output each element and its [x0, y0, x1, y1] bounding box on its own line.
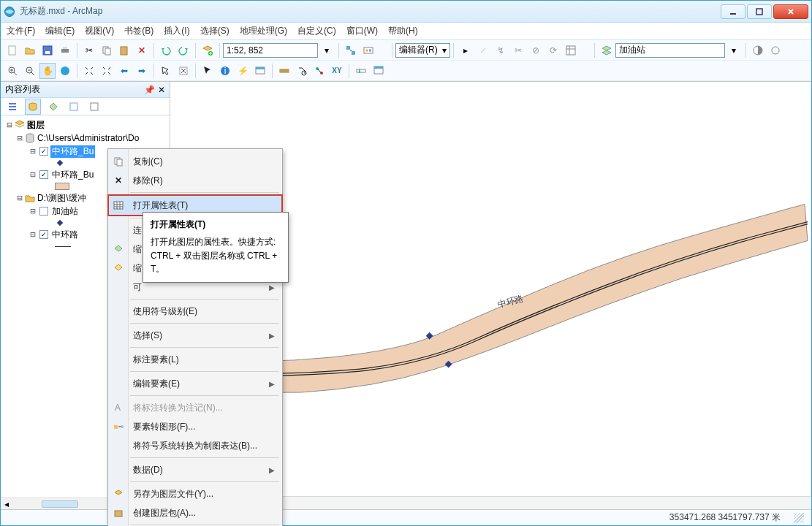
svg-rect-12	[346, 46, 350, 50]
save-button[interactable]	[39, 42, 56, 58]
svg-rect-35	[374, 66, 383, 69]
time-slider[interactable]	[353, 63, 369, 79]
next-extent[interactable]: ➡	[134, 63, 150, 79]
find-button[interactable]	[294, 63, 310, 79]
zoom-out-button[interactable]	[22, 63, 38, 79]
ctx-convert-labels: A 将标注转换为注记(N)...	[108, 398, 282, 417]
full-extent-button[interactable]	[57, 63, 73, 79]
scale-dropdown[interactable]: ▾	[319, 42, 335, 58]
list-by-selection[interactable]	[66, 99, 82, 115]
layer-combo-drop[interactable]: ▾	[726, 42, 742, 58]
ctx-features-to-graphics[interactable]: 要素转图形(F)...	[108, 417, 282, 436]
menu-insert[interactable]: 插入(I)	[164, 25, 189, 37]
list-by-drawing-order[interactable]	[4, 99, 20, 115]
clear-selection[interactable]	[175, 63, 191, 79]
editor-menu[interactable]: 编辑器(R)▾	[395, 43, 450, 58]
layer-checkbox[interactable]	[39, 207, 48, 216]
contrast-button[interactable]	[750, 42, 766, 58]
menu-file[interactable]: 文件(F)	[7, 25, 35, 37]
ctx-copy[interactable]: 复制(C)	[108, 152, 282, 171]
toc-close-icon[interactable]: ✕	[158, 85, 165, 95]
toc-title: 内容列表	[5, 83, 40, 96]
tooltip-body: 打开此图层的属性表。快捷方式: CTRL + 双击图层名称或 CTRL + T。	[151, 235, 281, 276]
svg-rect-27	[256, 67, 265, 69]
measure-button[interactable]	[276, 63, 292, 79]
split: ⊘	[528, 42, 544, 58]
close-button[interactable]	[773, 4, 808, 19]
identify-button[interactable]: i	[217, 63, 233, 79]
layer-checkbox[interactable]: ✓	[39, 170, 48, 179]
toc-header[interactable]: 内容列表 📌 ✕	[1, 82, 170, 98]
window-title: 无标题.mxd - ArcMap	[20, 5, 719, 18]
list-by-source[interactable]	[25, 99, 41, 115]
open-button[interactable]	[22, 42, 38, 58]
fx-button[interactable]	[767, 42, 783, 58]
ctx-symbol-levels[interactable]: 使用符号级别(E)	[108, 302, 282, 321]
ctx-create-layer-package[interactable]: 创建图层包(A)...	[108, 503, 282, 522]
hyperlink-button[interactable]: ⚡	[235, 63, 251, 79]
attributes-window[interactable]	[563, 42, 579, 58]
redo-button[interactable]	[175, 42, 191, 58]
toc-pin-icon[interactable]: 📌	[144, 85, 155, 95]
svg-rect-5	[45, 51, 50, 54]
cut-button[interactable]: ✂	[81, 42, 97, 58]
ctx-selection[interactable]: 选择(S)▶	[108, 326, 282, 345]
svg-rect-3	[9, 46, 15, 55]
menu-view[interactable]: 视图(V)	[85, 25, 114, 37]
minimize-button[interactable]	[721, 4, 745, 19]
create-viewer[interactable]	[371, 63, 387, 79]
svg-rect-38	[91, 103, 98, 110]
edit-tool[interactable]: ▸	[458, 42, 474, 58]
new-button[interactable]	[4, 42, 20, 58]
menu-bookmarks[interactable]: 书签(B)	[124, 25, 153, 37]
fixed-zoom-out[interactable]	[99, 63, 115, 79]
menu-help[interactable]: 帮助(H)	[388, 25, 418, 37]
delete-button[interactable]: ✕	[134, 42, 150, 58]
menu-geoprocessing[interactable]: 地理处理(G)	[240, 25, 287, 37]
fixed-zoom-in[interactable]	[81, 63, 97, 79]
ctx-edit-features[interactable]: 编辑要素(E)▶	[108, 374, 282, 393]
copy-button[interactable]	[99, 42, 115, 58]
app-icon	[4, 6, 15, 18]
menu-selection[interactable]: 选择(S)	[200, 25, 229, 37]
print-button[interactable]	[57, 42, 73, 58]
maximize-button[interactable]	[747, 4, 772, 19]
ctx-save-as-layer[interactable]: 另存为图层文件(Y)...	[108, 484, 282, 503]
menu-edit[interactable]: 编辑(E)	[45, 25, 75, 37]
scale-input[interactable]	[223, 43, 318, 58]
target-layer-combo[interactable]	[615, 43, 725, 58]
prev-extent[interactable]: ⬅	[116, 63, 132, 79]
tree-datasource-1[interactable]: ⊟ C:\Users\Administrator\Do	[2, 132, 168, 145]
list-by-visibility[interactable]	[45, 99, 61, 115]
app-window: 无标题.mxd - ArcMap 文件(F) 编辑(E) 视图(V) 书签(B)…	[0, 0, 812, 526]
find-route[interactable]	[311, 63, 327, 79]
tree-root[interactable]: ⊟ 图层	[2, 118, 168, 132]
undo-button[interactable]	[158, 42, 174, 58]
titlebar[interactable]: 无标题.mxd - ArcMap	[1, 1, 811, 23]
ctx-data[interactable]: 数据(D)▶	[108, 460, 282, 479]
select-elements[interactable]	[200, 63, 216, 79]
layer-context-menu: 复制(C) ✕ 移除(R) 打开属性表(T) 连▶ 缩 缩 可▶ 使用符号级别(…	[107, 148, 283, 526]
ctx-label-features[interactable]: 标注要素(L)	[108, 350, 282, 369]
go-to-xy[interactable]: XY	[329, 63, 345, 79]
pan-button[interactable]: ✋	[39, 63, 56, 79]
folder-icon	[24, 192, 36, 204]
zoom-in-button[interactable]	[4, 63, 20, 79]
menu-windows[interactable]: 窗口(W)	[346, 25, 378, 37]
editor-toolbar-btn[interactable]	[343, 42, 359, 58]
add-data-button[interactable]	[200, 42, 216, 58]
svg-rect-33	[359, 69, 360, 73]
svg-rect-47	[114, 425, 118, 429]
layer-checkbox[interactable]: ✓	[39, 230, 48, 239]
toc-options[interactable]	[86, 99, 102, 115]
html-popup[interactable]	[252, 63, 268, 79]
menu-customize[interactable]: 自定义(C)	[297, 25, 336, 37]
model-builder-button[interactable]	[360, 42, 376, 58]
ctx-remove[interactable]: ✕ 移除(R)	[108, 171, 282, 190]
paste-button[interactable]	[116, 42, 132, 58]
select-features[interactable]	[158, 63, 174, 79]
ctx-symbology-to-rep[interactable]: 将符号系统转换为制图表达(B)...	[108, 436, 282, 455]
layer-checkbox[interactable]: ✓	[39, 147, 48, 156]
package-icon	[113, 507, 124, 519]
svg-rect-49	[115, 511, 122, 517]
